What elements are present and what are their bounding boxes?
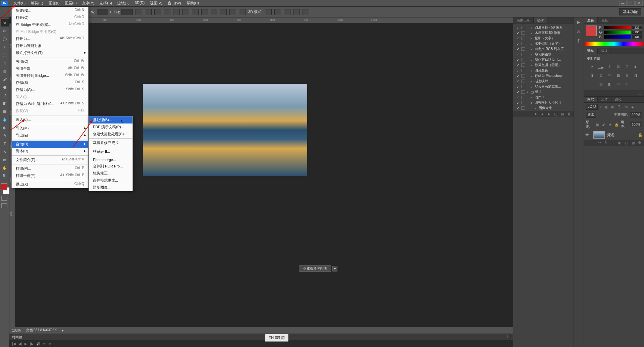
- tab-swatches[interactable]: 色板: [598, 17, 611, 23]
- wand-tool[interactable]: ✧: [1, 43, 9, 51]
- new-folder-icon[interactable]: ▢: [553, 111, 558, 116]
- menu-滤镜(T)[interactable]: 滤镜(T): [115, 0, 132, 6]
- stamp-tool[interactable]: ⯃: [1, 84, 9, 91]
- vibrance-icon[interactable]: ▽: [624, 63, 630, 69]
- pen-tool[interactable]: ✎: [1, 132, 9, 139]
- zoom-tool[interactable]: 🔍: [1, 172, 9, 180]
- timeline-tab[interactable]: 时间轴: [12, 335, 22, 340]
- gradient-tool[interactable]: ▦: [1, 108, 9, 115]
- layer-name[interactable]: 背景: [607, 133, 614, 138]
- posterize-icon[interactable]: ▤: [598, 81, 604, 87]
- brush-tool[interactable]: 🖌: [1, 76, 9, 83]
- blur-tool[interactable]: 💧: [1, 116, 9, 123]
- opt-icon[interactable]: [145, 9, 152, 15]
- transition-icon[interactable]: ▭: [48, 342, 51, 346]
- hand-tool[interactable]: ✋: [1, 164, 9, 171]
- filter-shape-icon[interactable]: ▭: [624, 104, 628, 109]
- menu-窗口(W)[interactable]: 窗口(W): [165, 0, 184, 6]
- quick-mask-toggle[interactable]: [1, 196, 7, 201]
- collapse-icon[interactable]: [507, 335, 511, 338]
- mini-para-icon[interactable]: ¶: [575, 38, 582, 44]
- menu-item[interactable]: 批处理(B)...: [89, 116, 132, 123]
- menu-item[interactable]: 打开(O)...Ctrl+O: [12, 14, 88, 21]
- lock-trans-icon[interactable]: ▦: [595, 122, 599, 127]
- path-tool[interactable]: ↖: [1, 148, 9, 155]
- opacity-value[interactable]: 100%: [630, 112, 642, 117]
- panel-menu-icon[interactable]: ▭: [637, 91, 642, 96]
- delete-layer-icon[interactable]: 🗑: [637, 140, 642, 145]
- menu-item[interactable]: 打印一份(Y)Alt+Shift+Ctrl+P: [12, 172, 88, 179]
- layer-row[interactable]: 👁 背景 🔒: [584, 130, 644, 140]
- crop-tool[interactable]: ⛶: [1, 51, 9, 59]
- prev-frame-icon[interactable]: ◀|: [18, 342, 22, 346]
- trash-icon[interactable]: 🗑: [567, 111, 572, 116]
- action-row[interactable]: ✓▸投影（文字）: [515, 36, 572, 41]
- workspace-switcher[interactable]: 基本功能: [619, 8, 641, 15]
- lookup-icon[interactable]: ⊞: [624, 72, 630, 78]
- menu-文件(F)[interactable]: 文件(F): [11, 0, 28, 6]
- menu-item[interactable]: 在 Bridge 中浏览(B)...Alt+Ctrl+O: [12, 21, 88, 28]
- action-row[interactable]: ✓▸混合器画笔克隆...: [515, 84, 572, 89]
- filter-pixel-icon[interactable]: ▦: [603, 104, 608, 109]
- group-icon[interactable]: ▢: [624, 140, 629, 145]
- opt-icon[interactable]: [239, 9, 246, 15]
- menu-item[interactable]: 最近打开文件(T)▸: [12, 49, 88, 56]
- menu-item[interactable]: 存储(S)Ctrl+S: [12, 79, 88, 86]
- record-icon[interactable]: ●: [540, 111, 545, 116]
- action-row[interactable]: ✓▸渐变映射: [515, 79, 572, 84]
- menu-item[interactable]: 打开为智能对象...: [12, 42, 88, 49]
- w-field[interactable]: [97, 9, 108, 15]
- lock-all-icon[interactable]: 🔒: [614, 122, 619, 127]
- filter-type-icon[interactable]: T: [617, 104, 622, 109]
- layer-thumbnail[interactable]: [593, 131, 605, 139]
- g-slider[interactable]: [604, 31, 631, 34]
- eraser-tool[interactable]: ◧: [1, 100, 9, 107]
- opt-icon[interactable]: [182, 9, 189, 15]
- zoom-level[interactable]: 100%: [12, 329, 21, 332]
- tab-styles[interactable]: 样式: [598, 48, 611, 54]
- history-brush-tool[interactable]: ↺: [1, 92, 9, 99]
- curves-icon[interactable]: ⤴: [606, 63, 612, 69]
- current-tool-icon[interactable]: [3, 8, 11, 16]
- mini-char-icon[interactable]: A: [575, 28, 582, 35]
- healing-tool[interactable]: ◍: [1, 67, 9, 75]
- menu-item[interactable]: 置入(L)...: [12, 116, 88, 123]
- opt-icon[interactable]: [265, 9, 272, 15]
- close-button[interactable]: ✕: [635, 1, 643, 6]
- menu-item[interactable]: PDF 演示文稿(P)...: [89, 123, 132, 131]
- opt-icon[interactable]: [229, 9, 236, 15]
- action-row[interactable]: ✓▾▢组 1: [515, 89, 572, 95]
- audio-icon[interactable]: 🔊: [36, 342, 40, 346]
- menu-item[interactable]: 关闭全部Alt+Ctrl+W: [12, 65, 88, 72]
- action-row[interactable]: ✓▸图像大小: [515, 105, 572, 111]
- menu-item[interactable]: 自动(U)▸: [12, 141, 88, 148]
- brightness-icon[interactable]: ☀: [589, 63, 595, 69]
- foreground-color[interactable]: [1, 183, 7, 190]
- action-row[interactable]: ✓▸水中倒影（文字）: [515, 41, 572, 46]
- ime-badge[interactable]: EN ⌨ 简: [265, 334, 288, 342]
- action-row[interactable]: ✓▸圆形画框 - 50 像素: [515, 25, 572, 30]
- mixer-icon[interactable]: ▦: [615, 72, 621, 78]
- mini-play-icon[interactable]: ▶: [575, 19, 582, 26]
- action-row[interactable]: ✓▸熔化的铅块: [515, 52, 572, 57]
- opt-icon[interactable]: [274, 9, 281, 15]
- minimize-button[interactable]: —: [619, 1, 627, 6]
- opt-icon[interactable]: [303, 9, 309, 15]
- color-spectrum[interactable]: [585, 42, 643, 46]
- filter-adjust-icon[interactable]: ◐: [610, 104, 615, 109]
- mask-icon[interactable]: ◻: [610, 140, 615, 145]
- fill-value[interactable]: 100%: [630, 122, 642, 127]
- new-action-icon[interactable]: ▤: [560, 111, 565, 116]
- selective-icon[interactable]: ◇: [624, 81, 630, 87]
- menu-选择(S)[interactable]: 选择(S): [97, 0, 115, 6]
- tab-channels[interactable]: 通道: [598, 97, 611, 102]
- menu-item[interactable]: 文件简介(F)...Alt+Shift+Ctrl+I: [12, 156, 88, 163]
- adjust-layer-icon[interactable]: ◐: [617, 140, 622, 145]
- action-row[interactable]: ✓▸动作 1: [515, 95, 572, 100]
- bw-icon[interactable]: ◑: [589, 72, 595, 78]
- layer-filter[interactable]: ρ类型: [586, 104, 598, 110]
- blend-mode[interactable]: 正常: [586, 112, 596, 118]
- next-frame-icon[interactable]: |▶: [30, 342, 34, 346]
- maximize-button[interactable]: ❐: [627, 1, 635, 6]
- tab-history[interactable]: 历史记录: [513, 17, 534, 23]
